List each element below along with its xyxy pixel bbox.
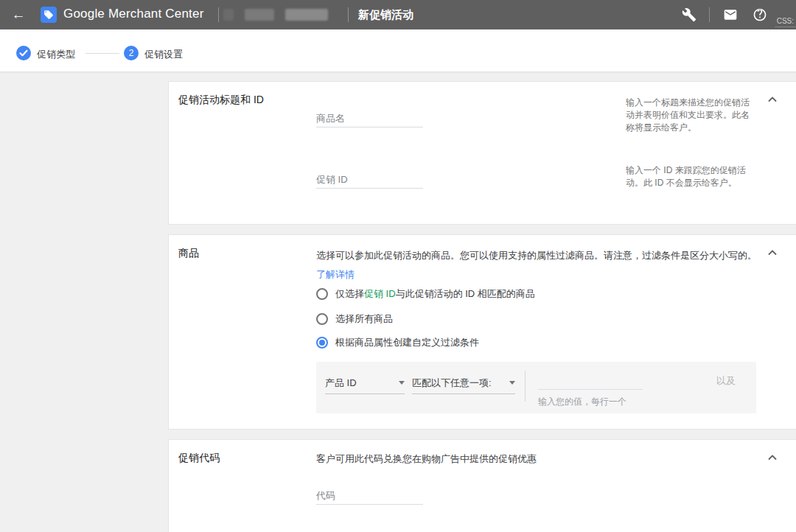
merchant-center-logo-icon — [41, 7, 57, 23]
radio-option-custom-filter[interactable]: 根据商品属性创建自定义过滤条件 — [316, 335, 479, 350]
tools-wrench-icon[interactable] — [682, 7, 696, 22]
match-type-dropdown-value: 匹配以下任意一项: — [412, 377, 492, 390]
radio-button-selected-icon — [316, 337, 328, 349]
step1-label[interactable]: 促销类型 — [37, 48, 75, 61]
chevron-up-icon[interactable] — [767, 94, 778, 105]
attribute-dropdown-value: 产品 ID — [325, 377, 357, 390]
promotion-id-help-text: 输入一个 ID 来跟踪您的促销活动。此 ID 不会显示给客户。 — [626, 164, 757, 189]
radio-option-match-promotion-id[interactable]: 仅选择促销 ID与此促销活动的 ID 相匹配的商品 — [316, 287, 535, 301]
appbar-divider — [709, 7, 710, 22]
learn-more-link[interactable]: 了解详情 — [316, 269, 355, 280]
card-products: 商品 选择可以参加此促销活动的商品。您可以使用支持的属性过滤商品。请注意，过滤条… — [168, 234, 796, 430]
products-description: 选择可以参加此促销活动的商品。您可以使用支持的属性过滤商品。请注意，过滤条件是区… — [316, 246, 757, 284]
radio-button-icon — [316, 313, 328, 325]
card-promotion-title-id: 促销活动标题和 ID 输入一个标题来描述您的促销活动并表明价值和支出要求。此名称… — [168, 81, 796, 225]
step2-label[interactable]: 促销设置 — [144, 48, 183, 61]
card-title: 促销代码 — [178, 452, 220, 465]
promotion-id-highlight: 促销 ID — [364, 288, 396, 299]
step1-done-check-icon[interactable] — [16, 46, 31, 60]
merchant-center-new-promotion-page: ← Google Merchant Center 新促销活动 CSS: — [0, 0, 796, 532]
radio-option-all-products[interactable]: 选择所有商品 — [316, 312, 393, 326]
appbar-divider — [218, 7, 219, 22]
radio-label: 仅选择促销 ID与此促销活动的 ID 相匹配的商品 — [335, 287, 535, 301]
promotion-id-input[interactable] — [316, 171, 423, 189]
stepper-connector — [85, 53, 119, 54]
promotion-name-help-text: 输入一个标题来描述您的促销活动并表明价值和支出要求。此名称将显示给客户。 — [626, 97, 757, 134]
messages-mail-icon[interactable] — [723, 7, 738, 22]
and-condition-button[interactable]: 以及 — [716, 374, 736, 388]
promo-code-input[interactable] — [316, 487, 423, 505]
stepper-bar: 促销类型 2 促销设置 — [0, 29, 796, 72]
promo-code-description: 客户可用此代码兑换您在购物广告中提供的促销优惠 — [316, 452, 537, 466]
filter-value-hint: 输入您的值，每行一个 — [538, 396, 626, 408]
card-title: 商品 — [178, 247, 199, 260]
card-promo-code: 促销代码 客户可用此代码兑换您在购物广告中提供的促销优惠 — [168, 439, 796, 532]
product-name: Google Merchant Center — [63, 7, 204, 21]
filter-bar-divider — [525, 371, 526, 402]
chevron-up-icon[interactable] — [767, 247, 778, 259]
step2-number-badge[interactable]: 2 — [124, 46, 139, 60]
caret-down-icon — [509, 381, 515, 385]
filter-value-input[interactable] — [538, 372, 643, 390]
page-title: 新促销活动 — [358, 8, 413, 22]
back-arrow-icon[interactable]: ← — [9, 5, 28, 24]
radio-label: 选择所有商品 — [335, 312, 393, 326]
card-title: 促销活动标题和 ID — [178, 94, 264, 107]
radio-label: 根据商品属性创建自定义过滤条件 — [335, 336, 479, 349]
attribute-filter-bar: 产品 ID 匹配以下任意一项: 输入您的值，每行一个 以及 — [316, 362, 756, 413]
match-type-dropdown[interactable]: 匹配以下任意一项: — [412, 372, 515, 394]
radio-button-icon — [316, 288, 328, 300]
caret-down-icon — [399, 381, 405, 385]
help-icon[interactable] — [753, 7, 767, 22]
products-description-text: 选择可以参加此促销活动的商品。您可以使用支持的属性过滤商品。请注意，过滤条件是区… — [316, 250, 757, 261]
css-label[interactable]: CSS: — [775, 17, 795, 27]
promotion-name-input[interactable] — [316, 110, 423, 127]
appbar-divider — [348, 7, 349, 22]
attribute-dropdown[interactable]: 产品 ID — [325, 372, 405, 394]
app-bar: ← Google Merchant Center 新促销活动 CSS: — [0, 0, 796, 29]
chevron-up-icon[interactable] — [767, 452, 778, 463]
